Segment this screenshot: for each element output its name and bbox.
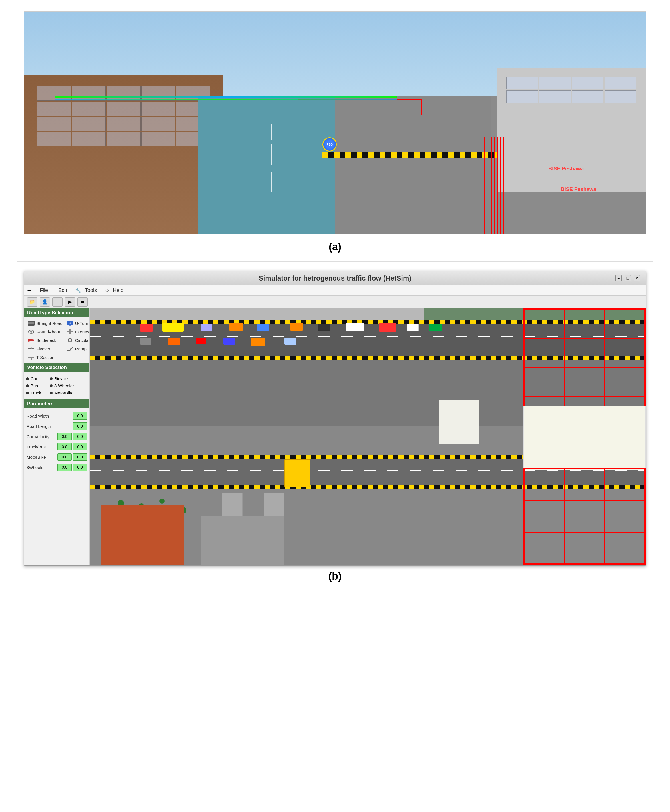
road-type-roundabout[interactable]: RoundAbout bbox=[26, 328, 64, 336]
scaffold-cell bbox=[605, 500, 645, 532]
threewheeler-max[interactable] bbox=[73, 464, 87, 471]
scaffold-cell bbox=[605, 339, 645, 368]
vehicle-3wheeler[interactable]: 3-Wheeler bbox=[50, 382, 74, 389]
vehicle-blue-car-2 bbox=[257, 324, 269, 331]
tools-icon: 🔧 bbox=[75, 287, 81, 294]
vehicle-red-1 bbox=[140, 324, 153, 332]
building-window bbox=[72, 117, 106, 131]
scaffold-cell bbox=[565, 309, 605, 339]
svg-rect-4 bbox=[67, 331, 73, 332]
stop-btn[interactable]: ⏹ bbox=[78, 297, 88, 307]
road-length-input[interactable] bbox=[73, 422, 87, 430]
window-title: Simulator for hetrogenous traffic flow (… bbox=[259, 274, 411, 282]
road-type-intersection[interactable]: Intersection bbox=[65, 328, 90, 336]
road-type-bottleneck[interactable]: Bottleneck bbox=[26, 336, 64, 344]
building-window bbox=[572, 91, 604, 103]
param-truckbus: Truck/Bus bbox=[27, 442, 87, 452]
truck-bullet bbox=[26, 392, 29, 395]
bottleneck-icon bbox=[28, 338, 35, 343]
red-fence-3d bbox=[484, 137, 596, 234]
pause-btn[interactable]: ⏸ bbox=[52, 297, 63, 307]
menu-edit[interactable]: Edit bbox=[56, 286, 69, 295]
uturn-label: U-Turn bbox=[75, 321, 88, 326]
straight-road-icon bbox=[28, 321, 35, 326]
white-building-mid bbox=[439, 400, 479, 450]
left-panel: RoadType Selection Straight Road U bbox=[24, 308, 90, 565]
vehicle-orange-2 bbox=[290, 322, 303, 331]
parameters-header: Parameters bbox=[24, 399, 90, 409]
param-car-velocity: Car Velocity bbox=[27, 431, 87, 442]
intersection-label: Intersection bbox=[75, 329, 90, 334]
vehicle-bus[interactable]: Bus bbox=[26, 382, 41, 389]
vehicle-yellow-truck bbox=[162, 322, 184, 332]
app-window: Simulator for hetrogenous traffic flow (… bbox=[24, 270, 646, 566]
vehicle-motorbike[interactable]: MotorBike bbox=[50, 389, 74, 397]
car-velocity-max[interactable] bbox=[73, 433, 87, 440]
menu-help-group[interactable]: ☆ Help bbox=[105, 286, 126, 295]
threewheeler-inputs bbox=[58, 464, 87, 471]
vehicle-blue-car bbox=[201, 324, 213, 331]
section-separator bbox=[17, 262, 653, 262]
vehicle-truck[interactable]: Truck bbox=[26, 389, 41, 397]
lane-marking bbox=[271, 123, 272, 140]
road-type-uturn[interactable]: U U-Turn bbox=[65, 319, 90, 327]
car-bullet bbox=[26, 377, 29, 380]
maximize-button[interactable]: □ bbox=[624, 275, 631, 282]
car-velocity-min[interactable] bbox=[58, 433, 72, 440]
road-type-tsection[interactable]: T-Section bbox=[26, 353, 64, 361]
simulation-view bbox=[90, 308, 646, 565]
scaffold-cell bbox=[524, 367, 565, 397]
motorbike-min[interactable] bbox=[58, 453, 72, 461]
road-type-ramp[interactable]: Ramp bbox=[65, 345, 90, 353]
tile bbox=[201, 493, 221, 516]
vehicle-selection: Car Bus Truck Bicycle 3-Wheeler MotorBik… bbox=[24, 372, 90, 399]
user-icon-btn[interactable]: 👤 bbox=[40, 297, 50, 307]
svg-rect-8 bbox=[30, 357, 32, 360]
vehicle-red-car-r2 bbox=[196, 338, 206, 344]
threewheeler-min[interactable] bbox=[58, 464, 72, 471]
gray-road-right bbox=[335, 96, 491, 234]
tile bbox=[243, 493, 263, 516]
vehicle-car[interactable]: Car bbox=[26, 375, 41, 382]
close-button[interactable]: ✕ bbox=[634, 275, 640, 282]
building-window bbox=[539, 91, 571, 103]
flyover-label: Flyover bbox=[36, 346, 50, 351]
road-type-circular[interactable]: Circular Road bbox=[65, 336, 90, 344]
menu-file[interactable]: File bbox=[37, 286, 50, 295]
menu-tools[interactable]: Tools bbox=[83, 286, 99, 295]
building-window bbox=[141, 101, 175, 116]
road-type-flyover[interactable]: Flyover bbox=[26, 345, 64, 353]
circular-road-label: Circular Road bbox=[75, 338, 90, 343]
menu-bar: ☰ File Edit 🔧 Tools ☆ Help bbox=[24, 285, 646, 296]
svg-marker-5 bbox=[28, 339, 34, 342]
vehicle-orange-truck-r2 bbox=[251, 338, 265, 346]
play-btn[interactable]: ▶ bbox=[65, 297, 75, 307]
folder-icon-btn[interactable]: 📁 bbox=[27, 297, 37, 307]
road-type-straight[interactable]: Straight Road bbox=[26, 319, 64, 327]
building-window bbox=[141, 117, 175, 131]
scaffold-cell bbox=[605, 367, 645, 397]
threewheeler-bullet bbox=[50, 385, 52, 387]
motorbike-max[interactable] bbox=[73, 453, 87, 461]
truckbus-min[interactable] bbox=[58, 443, 72, 451]
vehicle-list-right: Bicycle 3-Wheeler MotorBike bbox=[50, 374, 74, 398]
roundabout-label: RoundAbout bbox=[36, 329, 60, 334]
road-width-input[interactable] bbox=[73, 412, 87, 420]
vehicle-orange-truck bbox=[229, 322, 243, 331]
menu-icon-group: ☰ bbox=[27, 287, 32, 294]
minimize-button[interactable]: − bbox=[616, 275, 622, 282]
truckbus-max[interactable] bbox=[73, 443, 87, 451]
ground-area: PSO BISE Peshawa BISE Peshawa bbox=[24, 96, 646, 234]
menu-tools-group[interactable]: 🔧 Tools bbox=[75, 286, 99, 295]
building-window bbox=[107, 117, 140, 131]
menu-help[interactable]: Help bbox=[110, 286, 126, 295]
tile bbox=[222, 493, 242, 516]
vehicle-bicycle[interactable]: Bicycle bbox=[50, 375, 74, 382]
scaffold-cell bbox=[565, 367, 605, 397]
vehicle-columns: Car Bus Truck Bicycle 3-Wheeler MotorBik… bbox=[26, 374, 88, 398]
scaffold-cell bbox=[565, 339, 605, 368]
scaffold-cell bbox=[524, 532, 565, 564]
building-window bbox=[107, 132, 140, 147]
road-width-inputs bbox=[73, 412, 87, 420]
param-3wheeler: 3Wheeler bbox=[27, 462, 87, 473]
